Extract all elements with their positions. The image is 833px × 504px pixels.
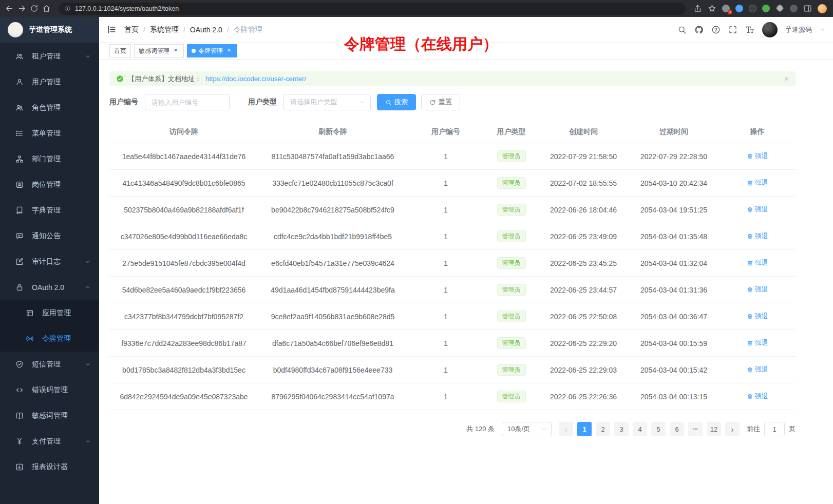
user-avatar[interactable] xyxy=(762,22,778,37)
tab-active-dot xyxy=(192,49,196,53)
sidebar-item-oauth2-token[interactable]: 令牌管理 xyxy=(0,326,99,352)
extension-icon-green[interactable] xyxy=(762,5,770,12)
breadcrumb-item[interactable]: 系统管理 xyxy=(150,25,179,34)
cell-user-type: 管理员 xyxy=(484,303,538,330)
cell-user_id: 1 xyxy=(407,330,484,357)
pagination-page-2[interactable]: 2 xyxy=(596,422,610,436)
sidebar-item-audit-log[interactable]: 审计日志 xyxy=(0,249,99,275)
sidebar-item-menu[interactable]: 菜单管理 xyxy=(0,121,99,146)
sidebar-item-sensitive-word[interactable]: 敏感词管理 xyxy=(0,403,99,429)
user-name[interactable]: 芋道源码 xyxy=(785,25,812,34)
force-logout-button[interactable]: 强退 xyxy=(747,258,768,267)
sidebar-item-sms[interactable]: 短信管理 xyxy=(0,352,99,377)
browser-forward-icon[interactable] xyxy=(17,4,26,13)
sidebar-item-user[interactable]: 用户管理 xyxy=(0,69,99,95)
tab-sensitive-word[interactable]: 敏感词管理× xyxy=(134,44,184,57)
pagination-next-button[interactable]: › xyxy=(725,422,740,436)
sidebar-item-label: 租户管理 xyxy=(32,52,77,61)
force-logout-button[interactable]: 强退 xyxy=(747,231,768,241)
github-icon[interactable] xyxy=(694,25,704,34)
app-logo[interactable]: 芋道管理系统 xyxy=(0,17,99,43)
sidebar-item-error-code[interactable]: 错误码管理 xyxy=(0,377,99,403)
split-view-icon[interactable] xyxy=(803,4,812,13)
cell-access: 41c41346a548490f9dc8b01c6bfe0865 xyxy=(109,170,258,197)
tab-close-icon[interactable]: × xyxy=(225,47,233,54)
pagination-ellipsis[interactable]: ••• xyxy=(688,422,703,436)
browser-back-icon[interactable] xyxy=(5,4,14,13)
force-logout-button[interactable]: 强退 xyxy=(747,151,768,161)
breadcrumb-item[interactable]: OAuth 2.0 xyxy=(190,26,222,34)
sidebar-item-post[interactable]: 岗位管理 xyxy=(0,172,99,198)
pagination-page-3[interactable]: 3 xyxy=(614,422,629,436)
tab-token[interactable]: 令牌管理× xyxy=(187,44,237,57)
alert-close-icon[interactable]: × xyxy=(784,75,789,83)
page-info-icon[interactable] xyxy=(64,5,71,12)
force-logout-button[interactable]: 强退 xyxy=(747,392,768,401)
browser-home-icon[interactable] xyxy=(42,4,51,13)
chevron-up-icon xyxy=(85,284,91,290)
force-logout-button[interactable]: 强退 xyxy=(747,205,768,214)
sidebar-item-tenant[interactable]: 租户管理 xyxy=(0,44,99,69)
cell-user_id: 1 xyxy=(407,170,484,197)
pagination-page-12[interactable]: 12 xyxy=(707,422,721,436)
force-logout-button[interactable]: 强退 xyxy=(747,338,768,347)
url-bar[interactable]: 127.0.0.1:1024/system/oauth2/token xyxy=(59,3,686,15)
pagination-page-1[interactable]: 1 xyxy=(577,422,592,436)
user-id-input[interactable] xyxy=(145,94,230,110)
hamburger-icon[interactable] xyxy=(107,25,117,34)
tab-label: 令牌管理 xyxy=(198,47,223,55)
sidebar-item-role[interactable]: 角色管理 xyxy=(0,95,99,121)
force-logout-button[interactable]: 强退 xyxy=(747,285,768,294)
search-button[interactable]: 搜索 xyxy=(377,94,416,110)
breadcrumb-item[interactable]: 首页 xyxy=(124,25,139,34)
cell-created: 2022-06-25 22:50:08 xyxy=(538,303,629,330)
question-icon[interactable] xyxy=(711,25,721,34)
page-content: 【用户体系】文档地址： https://doc.iocoder.cn/user-… xyxy=(99,60,833,504)
force-logout-label: 强退 xyxy=(755,231,768,241)
chart-icon xyxy=(15,463,24,471)
extension-icon-gray[interactable] xyxy=(790,5,798,12)
user-type-placeholder: 请选择用户类型 xyxy=(290,98,337,107)
fullscreen-icon[interactable] xyxy=(728,25,737,34)
goto-page-input[interactable] xyxy=(764,422,785,436)
share-icon[interactable] xyxy=(693,4,702,13)
alert-doc-link[interactable]: https://doc.iocoder.cn/user-center/ xyxy=(205,75,306,83)
force-logout-button[interactable]: 强退 xyxy=(747,312,768,321)
chevron-down-icon[interactable] xyxy=(820,27,825,32)
sidebar-item-oauth2[interactable]: OAuth 2.0 xyxy=(0,275,99,300)
font-size-icon[interactable] xyxy=(745,25,754,34)
force-logout-button[interactable]: 强退 xyxy=(747,178,768,187)
extension-icon-dark[interactable] xyxy=(749,5,756,12)
page-size-select[interactable]: 10条/页 xyxy=(502,422,552,436)
table-row: 6d842e2924594de9a09e45e087323abe8796295f… xyxy=(109,383,796,410)
extension-icon-badge[interactable] xyxy=(722,5,730,12)
annotation-overlay: 令牌管理（在线用户） xyxy=(344,34,498,55)
cell-created: 2022-07-02 18:55:55 xyxy=(538,170,629,197)
user-type-select[interactable]: 请选择用户类型 xyxy=(283,94,371,110)
sidebar-item-dict[interactable]: 字典管理 xyxy=(0,198,99,223)
sidebar-item-label: 用户管理 xyxy=(32,77,91,87)
sidebar-item-notice[interactable]: 通知公告 xyxy=(0,223,99,249)
reset-button[interactable]: 重置 xyxy=(421,94,460,110)
tab-close-icon[interactable]: × xyxy=(172,47,179,54)
force-logout-button[interactable]: 强退 xyxy=(747,365,768,374)
table-row: f9336e7c7dd242a283ee98dc86b17a87dfa6c71a… xyxy=(109,330,796,357)
sidebar-item-report-designer[interactable]: 报表设计器 xyxy=(0,454,99,480)
pagination-page-5[interactable]: 5 xyxy=(651,422,666,436)
pagination-page-4[interactable]: 4 xyxy=(633,422,647,436)
extensions-puzzle-icon[interactable] xyxy=(775,4,784,13)
extension-icon-blue[interactable] xyxy=(735,5,743,12)
browser-reload-icon[interactable] xyxy=(30,4,39,13)
sidebar-item-dept[interactable]: 部门管理 xyxy=(0,146,99,172)
sidebar-item-oauth2-application[interactable]: 应用管理 xyxy=(0,300,99,326)
browser-profile-avatar[interactable] xyxy=(818,4,827,13)
user-type-badge: 管理员 xyxy=(497,177,526,189)
sidebar-item-label: 敏感词管理 xyxy=(32,411,91,420)
bookmark-star-icon[interactable] xyxy=(708,4,716,13)
tab-home[interactable]: 首页 xyxy=(109,44,131,57)
pagination-prev-button[interactable]: ‹ xyxy=(559,422,573,436)
search-icon[interactable] xyxy=(677,25,687,34)
sidebar-item-pay[interactable]: 支付管理 xyxy=(0,429,99,454)
cell-refresh: b0df4980ffd34c67a08f9156e4eee733 xyxy=(258,357,407,383)
pagination-page-6[interactable]: 6 xyxy=(670,422,684,436)
